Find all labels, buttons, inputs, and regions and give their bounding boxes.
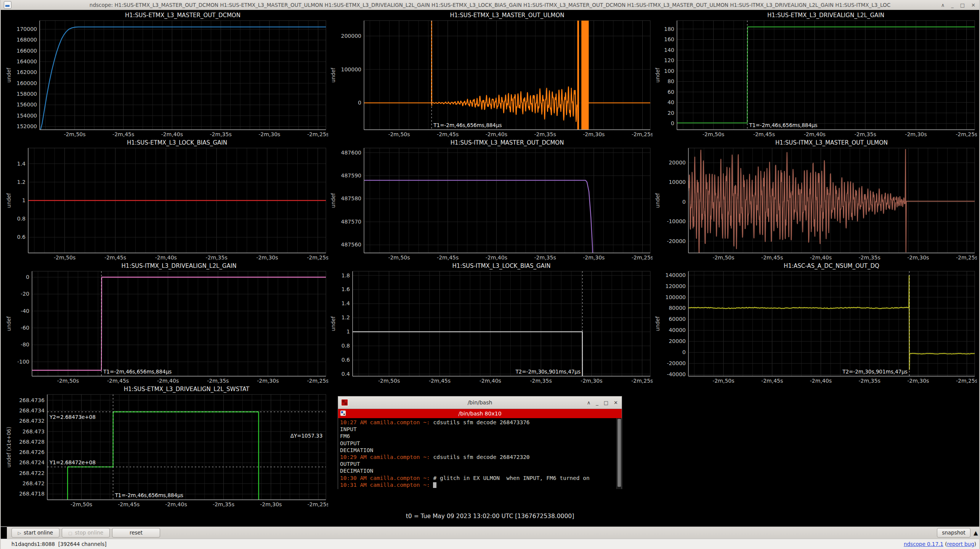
- y-axis-label: undef: [654, 193, 661, 208]
- statusbar: h1daqnds1:8088 [392644 channels] ndscope…: [1, 539, 979, 549]
- shade-icon[interactable]: ∧: [587, 400, 591, 406]
- x-tick-label: -2m,45s: [112, 131, 134, 137]
- y-tick-label: 268.473: [22, 428, 45, 435]
- shade-icon[interactable]: ∧: [941, 2, 945, 8]
- y-tick-label: 20000: [669, 159, 686, 166]
- y-tick-label: 487590: [341, 172, 361, 179]
- x-tick-label: -2m,30s: [583, 254, 605, 261]
- terminal-window[interactable]: /bin/bash ∧_□✕ /bin/bash 80x10 10:27 AM …: [338, 396, 622, 489]
- y-tick-label: 268.4718: [19, 491, 45, 497]
- reset-button[interactable]: reset: [112, 528, 160, 538]
- minimize-icon[interactable]: _: [596, 400, 598, 406]
- terminal-line: 10:31 AM camilla.compton ~:: [340, 481, 615, 488]
- x-tick-label: -2m,40s: [157, 378, 179, 384]
- close-icon[interactable]: ✕: [971, 2, 975, 8]
- y-tick-label: 156000: [17, 101, 37, 108]
- y-tick-label: 120: [664, 57, 674, 63]
- x-tick-label: -2m,30s: [905, 131, 927, 137]
- report-bug-link[interactable]: report bug: [947, 541, 974, 547]
- x-tick-label: -2m,35s: [534, 131, 556, 137]
- plot-title: H1:SUS-ITMX_L3_MASTER_OUT_DCMON: [451, 139, 564, 147]
- x-tick-label: -2m,30s: [260, 501, 282, 507]
- plot-h1-sus-etmx-l3-master-out-ulmon[interactable]: T1=-2m,46s,656ms,884µs-2m,50s-2m,45s-2m,…: [328, 11, 653, 138]
- plot-h1-sus-etmx-l3-drivealign-l2l-gain[interactable]: T1=-2m,46s,656ms,884µs-2m,50s-2m,45s-2m,…: [653, 11, 977, 138]
- terminal-titlebar[interactable]: /bin/bash ∧_□✕: [338, 396, 622, 409]
- start-online-button[interactable]: ▷start online: [11, 528, 59, 538]
- close-icon[interactable]: ✕: [614, 400, 618, 406]
- y-tick-label: 1.4: [17, 161, 26, 167]
- cursor-label: T2=-2m,30s,901ms,47µs: [842, 369, 908, 375]
- plot-h1-sus-itmx-l3-master-out-ulmon[interactable]: -2m,50s-2m,45s-2m,40s-2m,35s-2m,30s-2m,2…: [653, 138, 977, 261]
- window-title: ndscope: H1:SUS-ETMX_L3_MASTER_OUT_DCMON…: [90, 0, 890, 10]
- plot-h1-sus-itmx-l3-lock-bias-gain[interactable]: T2=-2m,30s,901ms,47µs-2m,50s-2m,45s-2m,4…: [328, 261, 653, 385]
- y-axis-label: undef: [6, 67, 12, 82]
- y-tick-label: 1: [22, 197, 26, 203]
- y-axis-label: undef: [6, 193, 12, 208]
- x-tick-label: -2m,45s: [437, 131, 459, 137]
- terminal-body[interactable]: 10:27 AM camilla.compton ~: cdsutils sfm…: [338, 418, 622, 489]
- x-tick-label: -2m,40s: [161, 131, 183, 137]
- x-tick-label: -2m,50s: [703, 131, 724, 137]
- play-icon: ▷: [18, 531, 21, 536]
- y-tick-label: -40000: [667, 371, 686, 377]
- plot-h1-sus-etmx-l3-master-out-dcmon[interactable]: -2m,50s-2m,45s-2m,40s-2m,35s-2m,30s-2m,2…: [4, 11, 328, 138]
- y-tick-label: 0.6: [17, 234, 26, 240]
- snapshot-button[interactable]: snapshot: [937, 528, 970, 538]
- plot-h1-sus-etmx-l3-lock-bias-gain[interactable]: -2m,50s-2m,45s-2m,40s-2m,35s-2m,30s-2m,2…: [4, 138, 328, 261]
- cursor-label: T2=-2m,30s,901ms,47µs: [515, 369, 581, 375]
- y-tick-label: 268.4732: [19, 418, 45, 424]
- terminal-scrollbar-thumb[interactable]: [618, 419, 621, 487]
- y-tick-label: 1.8: [342, 272, 350, 279]
- stop-online-button[interactable]: ▢stop online: [62, 528, 110, 538]
- version-link[interactable]: ndscope 0.17.1: [904, 541, 943, 547]
- cursor-label: Y2=2.68473e+08: [49, 414, 96, 420]
- y-tick-label: -100: [17, 359, 29, 365]
- plot-canvas: -2m,50s-2m,45s-2m,40s-2m,35s-2m,30s-2m,2…: [4, 11, 328, 138]
- plot-title: H1:SUS-ETMX_L3_DRIVEALIGN_L2L_SWSTAT: [124, 386, 250, 393]
- y-tick-label: 20: [667, 110, 674, 116]
- plot-traces: [67, 412, 258, 505]
- x-tick-label: -2m,35s: [206, 254, 228, 261]
- x-tick-label: -2m,45s: [761, 254, 783, 261]
- terminal-scrollbar[interactable]: [616, 418, 622, 489]
- plot-h1-sus-itmx-l3-master-out-dcmon[interactable]: -2m,50s-2m,45s-2m,40s-2m,35s-2m,30s-2m,2…: [328, 138, 653, 261]
- y-tick-label: 168000: [17, 37, 37, 43]
- server-status: h1daqnds1:8088 [392644 channels]: [11, 539, 107, 549]
- x-tick-label: -2m,30s: [256, 254, 278, 261]
- app-icon: [4, 1, 11, 9]
- y-tick-label: 487600: [341, 150, 361, 156]
- x-tick-label: -2m,40s: [810, 378, 832, 384]
- y-axis-label: undef: [654, 67, 661, 82]
- x-tick-label: -2m,25s: [956, 254, 977, 261]
- maximize-icon[interactable]: □: [604, 400, 608, 406]
- x-tick-label: -2m,50s: [388, 254, 410, 261]
- x-tick-label: -2m,40s: [155, 254, 177, 261]
- x-tick-label: -2m,45s: [104, 254, 126, 261]
- y-tick-label: 1.4: [342, 300, 350, 306]
- x-tick-label: -2m,45s: [437, 254, 459, 261]
- x-tick-label: -2m,30s: [907, 378, 929, 384]
- y-tick-label: 1.6: [342, 286, 350, 292]
- minimize-icon[interactable]: _: [951, 2, 954, 8]
- dropdown-arrow-icon[interactable]: ▲: [974, 530, 978, 536]
- maximize-icon[interactable]: □: [960, 2, 965, 8]
- y-axis-label: undef (x1e+06): [6, 427, 12, 468]
- x-tick-label: -2m,35s: [530, 378, 552, 384]
- plot-title: H1:SUS-ITMX_L3_MASTER_OUT_ULMON: [775, 139, 888, 147]
- x-tick-label: -2m,25s: [631, 378, 653, 384]
- x-tick-label: -2m,50s: [378, 378, 400, 384]
- x-tick-label: -2m,25s: [632, 131, 653, 137]
- plot-h1-sus-itmx-l3-drivealign-l2l-gain[interactable]: T1=-2m,46s,656ms,884µs-2m,50s-2m,45s-2m,…: [4, 261, 328, 385]
- terminal-line: DECIMATION: [340, 467, 615, 474]
- cursor-label: T1=-2m,46s,656ms,884µs: [749, 122, 817, 128]
- plot-h1-sus-etmx-l3-drivealign-l2l-swstat[interactable]: T1=-2m,46s,656ms,884µsY2=2.68473e+08Y1=2…: [4, 385, 328, 508]
- y-tick-label: -20000: [667, 360, 686, 366]
- y-tick-label: 120000: [666, 283, 686, 289]
- t0-label: t0 = Tue May 09 2023 13:02:00 UTC [13676…: [1, 510, 979, 523]
- plot-canvas: T1=-2m,46s,656ms,884µsY2=2.68473e+08Y1=2…: [4, 385, 328, 508]
- y-tick-label: 0: [671, 120, 674, 126]
- x-tick-label: -2m,40s: [486, 254, 507, 261]
- y-tick-label: -20000: [667, 238, 686, 244]
- plot-h1-asc-as-a-dc-nsum-out-dq[interactable]: T2=-2m,30s,901ms,47µs-2m,50s-2m,45s-2m,4…: [653, 261, 977, 385]
- y-tick-label: 100000: [666, 294, 686, 300]
